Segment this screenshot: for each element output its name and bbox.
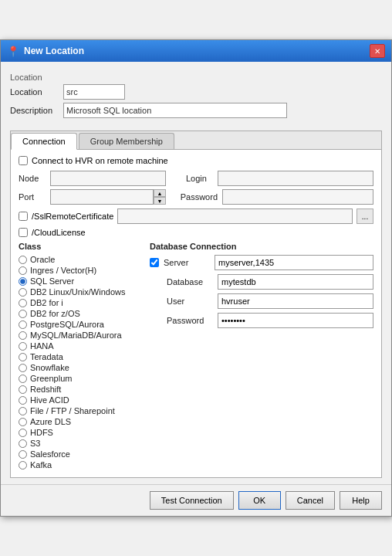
radio-sqlserver-input[interactable]	[19, 277, 27, 286]
radio-azure: Azure DLS	[19, 417, 142, 426]
radio-snowflake-input[interactable]	[19, 364, 27, 372]
radio-hdfs-input[interactable]	[19, 429, 27, 437]
port-password-row: Port ▲ ▼ Password	[19, 189, 373, 205]
radio-db2z-input[interactable]	[19, 310, 27, 318]
ssl-input[interactable]	[117, 208, 353, 224]
radio-ftp-input[interactable]	[19, 407, 27, 415]
radio-postgres: PostgreSQL/Aurora	[19, 320, 142, 329]
radio-teradata-input[interactable]	[19, 353, 27, 361]
password-top-input[interactable]	[222, 189, 373, 205]
node-label: Node	[19, 174, 46, 183]
radio-hive-label: Hive ACID	[30, 395, 69, 405]
radio-db2linux: DB2 Linux/Unix/Windows	[19, 287, 142, 297]
radio-oracle-label: Oracle	[30, 255, 55, 264]
login-input[interactable]	[218, 171, 373, 186]
radio-mysql-input[interactable]	[19, 331, 27, 340]
radio-kafka: Kafka	[19, 460, 142, 470]
remote-checkbox-label: Connect to HVR on remote machine	[32, 156, 168, 165]
window-icon: 📍	[7, 46, 19, 57]
ok-button[interactable]: OK	[238, 491, 281, 510]
radio-kafka-input[interactable]	[19, 461, 27, 470]
title-bar: 📍 New Location ✕	[1, 40, 391, 62]
radio-hdfs: HDFS	[19, 428, 142, 437]
radio-redshift-input[interactable]	[19, 385, 27, 394]
description-input[interactable]	[63, 103, 287, 118]
user-label: User	[167, 297, 213, 306]
ssl-label: /SslRemoteCertificate	[32, 212, 113, 221]
tab-row: Connection Group Membership	[11, 131, 381, 150]
db-panel-title: Database Connection	[150, 242, 373, 251]
radio-kafka-label: Kafka	[30, 460, 52, 470]
server-row: Server	[150, 255, 373, 270]
radio-s3-input[interactable]	[19, 439, 27, 448]
radio-redshift-label: Redshift	[30, 385, 61, 394]
radio-oracle: Oracle	[19, 255, 142, 264]
location-section: Location Location Description	[10, 68, 382, 124]
cancel-button[interactable]: Cancel	[286, 491, 335, 510]
radio-hdfs-label: HDFS	[30, 428, 53, 437]
browse-button[interactable]: ...	[357, 208, 373, 224]
db-password-input[interactable]	[218, 313, 373, 328]
ssl-row: /SslRemoteCertificate ...	[19, 208, 373, 224]
node-input[interactable]	[50, 171, 166, 186]
port-input[interactable]	[50, 189, 154, 205]
radio-db2z-label: DB2 for z/OS	[30, 309, 80, 318]
radio-teradata-label: Teradata	[30, 352, 63, 361]
radio-azure-input[interactable]	[19, 418, 27, 426]
server-checkbox[interactable]	[150, 258, 159, 267]
radio-s3: S3	[19, 439, 142, 448]
description-row: Description	[10, 103, 382, 118]
radio-greenplum-input[interactable]	[19, 375, 27, 383]
radio-hive: Hive ACID	[19, 395, 142, 405]
user-input[interactable]	[218, 293, 373, 309]
footer: Test Connection OK Cancel Help	[1, 484, 391, 516]
radio-ftp: File / FTP / Sharepoint	[19, 406, 142, 415]
radio-db2linux-input[interactable]	[19, 288, 27, 297]
radio-hana-input[interactable]	[19, 342, 27, 351]
radio-salesforce-input[interactable]	[19, 450, 27, 459]
radio-ftp-label: File / FTP / Sharepoint	[30, 406, 115, 415]
tab-group-membership[interactable]: Group Membership	[79, 133, 174, 149]
radio-teradata: Teradata	[19, 352, 142, 361]
remote-checkbox[interactable]	[19, 156, 28, 165]
db-password-label: Password	[167, 316, 213, 325]
radio-postgres-label: PostgreSQL/Aurora	[30, 320, 104, 329]
tab-connection[interactable]: Connection	[11, 133, 77, 150]
database-input[interactable]	[218, 274, 373, 290]
port-up[interactable]: ▲	[154, 189, 166, 197]
radio-sqlserver: SQL Server	[19, 276, 142, 286]
radio-hive-input[interactable]	[19, 396, 27, 405]
radio-ingres-input[interactable]	[19, 266, 27, 275]
radio-db2z: DB2 for z/OS	[19, 309, 142, 318]
server-label: Server	[164, 258, 210, 267]
location-label: Location	[10, 87, 60, 97]
remote-checkbox-row: Connect to HVR on remote machine	[19, 156, 373, 165]
radio-oracle-input[interactable]	[19, 256, 27, 264]
help-button[interactable]: Help	[340, 491, 382, 510]
cloud-checkbox[interactable]	[19, 228, 28, 237]
close-button[interactable]: ✕	[370, 44, 385, 58]
radio-mysql-label: MySQL/MariaDB/Aurora	[30, 331, 122, 340]
radio-postgres-input[interactable]	[19, 320, 27, 329]
radio-hana-label: HANA	[30, 341, 54, 351]
radio-redshift: Redshift	[19, 385, 142, 394]
description-label: Description	[10, 106, 60, 115]
radio-db2i-input[interactable]	[19, 299, 27, 307]
port-spinner: ▲ ▼	[154, 189, 166, 205]
tabs-container: Connection Group Membership Connect to H…	[10, 131, 382, 478]
db-password-row: Password	[150, 313, 373, 328]
database-label: Database	[167, 277, 213, 286]
ssl-checkbox[interactable]	[19, 212, 28, 221]
radio-snowflake-label: Snowflake	[30, 363, 69, 372]
title-bar-left: 📍 New Location	[7, 46, 84, 57]
radio-ingres-label: Ingres / Vector(H)	[30, 266, 96, 275]
two-panel: Class Oracle Ingres / Vector(H)	[19, 242, 373, 471]
location-input[interactable]	[63, 84, 125, 100]
server-input[interactable]	[215, 255, 373, 270]
radio-salesforce: Salesforce	[19, 449, 142, 459]
cloud-row: /CloudLicense	[19, 228, 373, 237]
radio-greenplum-label: Greenplum	[30, 374, 72, 383]
cloud-label: /CloudLicense	[32, 228, 86, 237]
port-down[interactable]: ▼	[154, 197, 166, 205]
test-connection-button[interactable]: Test Connection	[150, 491, 234, 510]
